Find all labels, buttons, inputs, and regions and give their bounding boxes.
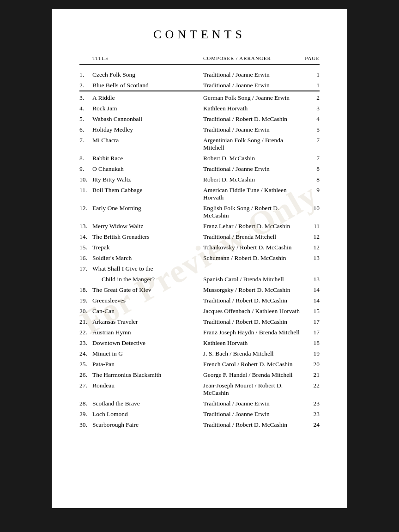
entry-title: Trepak [92, 244, 203, 251]
entry-composer: Spanish Carol / Brenda Mitchell [203, 276, 301, 283]
entry-composer: Schumann / Robert D. McCashin [203, 254, 301, 262]
entry-composer: Tchaikovsky / Robert D. McCashin [203, 244, 301, 251]
entry-page: 20 [301, 361, 320, 368]
entry-page: 7 [301, 155, 320, 162]
entry-title: The Harmonius Blacksmith [92, 371, 203, 379]
table-row: 24.Minuet in GJ. S. Bach / Brenda Mitche… [79, 348, 320, 359]
entry-title: Scotland the Brave [92, 400, 203, 407]
entry-title: What Shall I Give to the [92, 265, 203, 272]
entry-number: 8. [79, 155, 92, 162]
entry-composer: Robert D. McCashin [203, 176, 301, 183]
entry-number: 22. [79, 329, 92, 336]
entry-title: Can-Can [92, 308, 203, 315]
entry-page: 8 [301, 176, 320, 183]
entry-page: 2 [301, 94, 320, 102]
table-row: 8.Rabbit RaceRobert D. McCashin7 [79, 153, 320, 163]
table-row: 14.The British GrenadiersTraditional / B… [79, 231, 320, 242]
entry-title: Itty Bitty Waltz [92, 176, 203, 183]
entry-number: 15. [79, 244, 92, 251]
entry-title: Boil Them Cabbage [92, 187, 203, 194]
entry-composer: Traditional / Joanne Erwin [203, 411, 301, 418]
entry-number: 26. [79, 371, 92, 379]
entry-title: Pata-Pan [92, 361, 203, 368]
table-row: 16.Soldier's MarchSchumann / Robert D. M… [79, 253, 320, 263]
entry-composer: Traditional / Joanne Erwin [203, 126, 301, 133]
table-row: Child in the Manger?Spanish Carol / Bren… [79, 274, 320, 284]
table-row: 1.Czech Folk SongTraditional / Joanne Er… [79, 69, 320, 80]
table-row: 6.Holiday MedleyTraditional / Joanne Erw… [79, 124, 320, 135]
entry-title: Soldier's March [92, 254, 203, 262]
entry-number: 13. [79, 223, 92, 230]
entry-number: 18. [79, 286, 92, 294]
table-row: 18.The Great Gate of KievMussorgsky / Ro… [79, 284, 320, 295]
entry-title: Rondeau [92, 382, 203, 389]
entry-title: The British Grenadiers [92, 233, 203, 241]
entry-page: 4 [301, 115, 320, 123]
table-row: 15.TrepakTchaikovsky / Robert D. McCashi… [79, 242, 320, 253]
entry-page: 8 [301, 165, 320, 173]
entry-composer: J. S. Bach / Brenda Mitchell [203, 350, 301, 357]
entry-composer: Traditional / Robert D. McCashin [203, 318, 301, 326]
entry-page: 14 [301, 297, 320, 304]
entry-number: 3. [79, 94, 92, 102]
entry-composer: Traditional / Joanne Erwin [203, 165, 301, 173]
entry-number: 19. [79, 297, 92, 304]
entry-number: 28. [79, 400, 92, 407]
table-row: 11.Boil Them CabbageAmerican Fiddle Tune… [79, 185, 320, 203]
table-row: 20.Can-CanJacques Offenbach / Kathleen H… [79, 306, 320, 316]
entry-page: 21 [301, 371, 320, 379]
entry-composer: Traditional / Robert D. McCashin [203, 115, 301, 123]
entry-title: Loch Lomond [92, 411, 203, 418]
entry-page: 13 [301, 254, 320, 262]
entry-number: 27. [79, 382, 92, 389]
entry-title: Merry Widow Waltz [92, 223, 203, 230]
entry-composer: Traditional / Joanne Erwin [203, 400, 301, 407]
header-page: PAGE [301, 55, 320, 61]
entry-number: 17. [79, 265, 92, 272]
entry-number: 21. [79, 318, 92, 326]
entry-title: Wabash Cannonball [92, 115, 203, 123]
entry-number: 25. [79, 361, 92, 368]
entry-title: Minuet in G [92, 350, 203, 357]
entry-composer: English Folk Song / Robert D. McCashin [203, 205, 301, 219]
table-header: TITLE COMPOSER / ARRANGER PAGE [79, 55, 320, 65]
entry-title: Child in the Manger? [92, 276, 203, 283]
entry-title: Scarborough Faire [92, 421, 203, 429]
entry-composer: French Carol / Robert D. McCashin [203, 361, 301, 368]
entry-number: 29. [79, 411, 92, 418]
entry-title: Holiday Medley [92, 126, 203, 133]
table-row: 28.Scotland the BraveTraditional / Joann… [79, 398, 320, 409]
entry-page: 14 [301, 286, 320, 294]
entry-page: 1 [301, 71, 320, 79]
entry-title: A Riddle [92, 94, 203, 102]
entry-title: The Great Gate of Kiev [92, 286, 203, 294]
entry-number: 24. [79, 350, 92, 357]
table-row: 19.GreensleevesTraditional / Robert D. M… [79, 295, 320, 306]
entry-number: 4. [79, 105, 92, 112]
entry-page: 23 [301, 411, 320, 418]
entry-composer: Mussorgsky / Robert D. McCashin [203, 286, 301, 294]
entry-number: 2. [79, 82, 92, 89]
entry-page: 17 [301, 329, 320, 336]
entry-page: 12 [301, 244, 320, 251]
table-row: 7.Mi ChacraArgentinian Folk Song / Brend… [79, 135, 320, 153]
entry-title: Rabbit Race [92, 155, 203, 162]
table-row: 13.Merry Widow WaltzFranz Lehar / Robert… [79, 221, 320, 231]
table-row: 9.O ChanukahTraditional / Joanne Erwin8 [79, 163, 320, 174]
table-row: 26.The Harmonius BlacksmithGeorge F. Han… [79, 369, 320, 380]
entry-page: 10 [301, 205, 320, 212]
entry-page: 3 [301, 105, 320, 112]
entry-page: 5 [301, 126, 320, 133]
entry-title: Czech Folk Song [92, 71, 203, 79]
entry-composer: George F. Handel / Brenda Mitchell [203, 371, 301, 379]
entry-title: O Chanukah [92, 165, 203, 173]
entry-page: 9 [301, 187, 320, 194]
entry-page: 15 [301, 308, 320, 315]
entry-number: 10. [79, 176, 92, 183]
entry-page: 11 [301, 223, 320, 230]
entry-number: 30. [79, 421, 92, 429]
entry-number: 7. [79, 137, 92, 144]
header-composer: COMPOSER / ARRANGER [203, 55, 301, 61]
entry-composer: Franz Lehar / Robert D. McCashin [203, 223, 301, 230]
entry-number: 6. [79, 126, 92, 133]
